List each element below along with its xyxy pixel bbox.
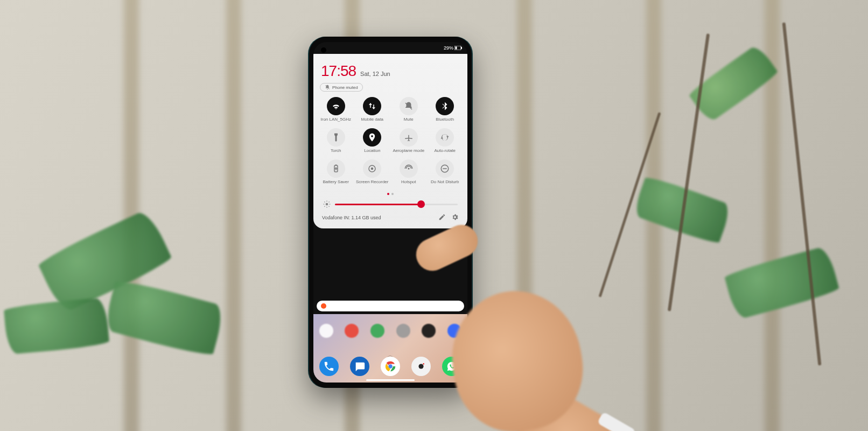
clock-text: 17:58 bbox=[321, 62, 356, 80]
phone-icon bbox=[323, 360, 335, 372]
battery-text: 29% bbox=[444, 45, 453, 51]
qs-tile-label: Mobile data bbox=[361, 117, 383, 126]
qs-tile-bluetooth[interactable]: Bluetooth bbox=[428, 97, 463, 126]
qs-tile-battsaver[interactable]: Battery Saver bbox=[319, 159, 353, 189]
bell-off-icon bbox=[325, 85, 330, 90]
battery-indicator: 29% bbox=[444, 45, 462, 51]
status-bar: 29% bbox=[313, 42, 467, 54]
svg-point-25 bbox=[423, 363, 424, 365]
svg-line-17 bbox=[324, 201, 325, 202]
svg-line-20 bbox=[329, 201, 330, 202]
date-text: Sat, 12 Jun bbox=[360, 71, 390, 77]
brightness-row bbox=[319, 198, 462, 213]
qs-tile-label: Battery Saver bbox=[323, 180, 349, 189]
notification-card[interactable] bbox=[317, 301, 464, 311]
chip-label: Phone muted bbox=[332, 85, 358, 90]
svg-point-12 bbox=[326, 203, 328, 206]
edit-tiles-button[interactable] bbox=[438, 213, 446, 222]
qs-tile-mute[interactable]: Mute bbox=[391, 97, 426, 126]
dock-messages[interactable] bbox=[350, 357, 369, 376]
svg-line-18 bbox=[329, 206, 330, 207]
phone-screen: 29% 17:58 Sat, 12 Jun Phone muted Iron L… bbox=[313, 42, 467, 383]
dock-chrome[interactable] bbox=[381, 357, 400, 376]
quick-settings-grid: Iron LAN_5GHzMobile dataMuteBluetoothTor… bbox=[319, 97, 462, 189]
wifi-icon bbox=[327, 97, 345, 115]
home-screen: ︿ bbox=[313, 314, 467, 383]
qs-tile-label: Do Not Disturb bbox=[431, 180, 459, 189]
brightness-icon bbox=[323, 200, 331, 208]
qs-tile-airplane[interactable]: Aeroplane mode bbox=[391, 128, 426, 157]
svg-point-9 bbox=[408, 168, 409, 170]
gesture-nav-bar[interactable] bbox=[366, 379, 415, 381]
qs-tile-wifi[interactable]: Iron LAN_5GHz bbox=[319, 97, 353, 126]
torch-icon bbox=[327, 128, 345, 147]
hotspot-icon bbox=[400, 159, 418, 178]
dock-whatsapp[interactable] bbox=[442, 357, 461, 376]
location-icon bbox=[363, 128, 381, 147]
qs-tile-label: Hotspot bbox=[401, 180, 416, 189]
qs-tile-label: Mute bbox=[404, 117, 414, 126]
svg-point-24 bbox=[419, 364, 424, 369]
qs-tile-autorotate[interactable]: Auto-rotate bbox=[428, 128, 463, 157]
qs-tile-hotspot[interactable]: Hotspot bbox=[391, 159, 426, 189]
qs-tile-location[interactable]: Location bbox=[355, 128, 390, 157]
carrier-usage-text: Vodafone IN: 1.14 GB used bbox=[322, 215, 381, 220]
brightness-slider[interactable] bbox=[335, 204, 458, 205]
phone-muted-chip[interactable]: Phone muted bbox=[320, 83, 363, 92]
dock-phone[interactable] bbox=[319, 357, 339, 376]
phone-frame: 29% 17:58 Sat, 12 Jun Phone muted Iron L… bbox=[309, 37, 472, 388]
watch bbox=[597, 412, 636, 431]
page-indicator bbox=[319, 193, 462, 195]
photo-scene: 29% 17:58 Sat, 12 Jun Phone muted Iron L… bbox=[0, 0, 868, 431]
qs-tile-label: Torch bbox=[331, 149, 341, 157]
qs-tile-label: Location bbox=[364, 149, 380, 157]
qs-tile-torch[interactable]: Torch bbox=[319, 128, 353, 157]
dock bbox=[313, 357, 467, 376]
gear-icon bbox=[451, 213, 459, 221]
qs-tile-label: Bluetooth bbox=[436, 117, 454, 126]
app-row bbox=[313, 324, 467, 338]
screenrec-icon bbox=[363, 159, 381, 178]
qs-tile-label: Iron LAN_5GHz bbox=[321, 117, 351, 126]
svg-rect-1 bbox=[461, 47, 462, 49]
airplane-icon bbox=[400, 128, 418, 147]
mobile-data-icon bbox=[363, 97, 381, 115]
settings-button[interactable] bbox=[451, 213, 459, 222]
whatsapp-icon bbox=[446, 360, 458, 372]
qs-tile-label: Aeroplane mode bbox=[393, 149, 424, 157]
messages-icon bbox=[354, 360, 366, 372]
svg-rect-2 bbox=[456, 47, 457, 50]
camera-icon bbox=[415, 360, 427, 372]
qs-tile-screenrec[interactable]: Screen Recorder bbox=[355, 159, 390, 189]
svg-point-22 bbox=[388, 364, 392, 368]
autorotate-icon bbox=[436, 128, 454, 147]
pencil-icon bbox=[438, 213, 446, 221]
svg-point-8 bbox=[371, 168, 374, 170]
battsaver-icon bbox=[327, 159, 345, 178]
mute-icon bbox=[400, 97, 418, 115]
chrome-icon bbox=[384, 360, 396, 372]
svg-rect-6 bbox=[335, 165, 337, 166]
dock-camera[interactable] bbox=[411, 357, 431, 376]
dnd-icon bbox=[436, 159, 454, 178]
qs-tile-dnd[interactable]: Do Not Disturb bbox=[428, 159, 463, 189]
svg-line-19 bbox=[324, 206, 325, 207]
qs-tile-mobile-data[interactable]: Mobile data bbox=[355, 97, 390, 126]
bluetooth-icon bbox=[436, 97, 454, 115]
qs-tile-label: Auto-rotate bbox=[434, 149, 456, 157]
qs-tile-label: Screen Recorder bbox=[356, 180, 388, 189]
notification-app-icon bbox=[321, 303, 326, 309]
battery-icon bbox=[454, 46, 462, 50]
quick-settings-panel: 17:58 Sat, 12 Jun Phone muted Iron LAN_5… bbox=[313, 54, 467, 228]
